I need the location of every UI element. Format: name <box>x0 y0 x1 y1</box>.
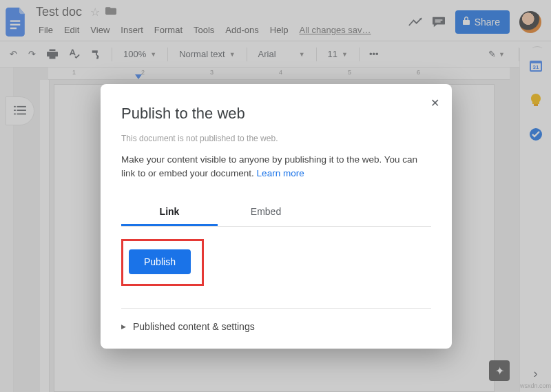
learn-more-link[interactable]: Learn more <box>257 168 304 178</box>
dialog-tabs: Link Embed <box>121 199 431 227</box>
published-content-settings[interactable]: ▶ Published content & settings <box>121 318 431 338</box>
expander-label: Published content & settings <box>133 321 255 332</box>
expand-triangle-icon: ▶ <box>121 323 126 330</box>
publish-row: Publish <box>121 239 431 286</box>
close-icon[interactable]: ✕ <box>430 96 439 110</box>
publish-dialog: ✕ Publish to the web This document is no… <box>101 84 452 349</box>
highlight-box: Publish <box>121 239 204 286</box>
dialog-title: Publish to the web <box>121 105 431 123</box>
tab-link[interactable]: Link <box>121 199 218 226</box>
divider <box>121 308 431 309</box>
publish-button[interactable]: Publish <box>129 249 191 274</box>
dialog-status: This document is not published to the we… <box>121 134 431 143</box>
tab-embed[interactable]: Embed <box>218 199 314 226</box>
dialog-description: Make your content visible to anyone by p… <box>121 153 431 181</box>
